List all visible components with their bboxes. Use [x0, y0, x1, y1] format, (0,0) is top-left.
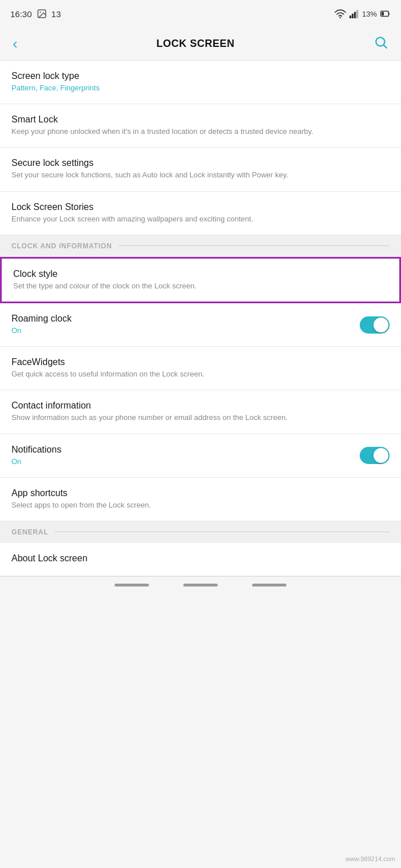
svg-point-2 [340, 17, 341, 18]
menu-item-contact-info[interactable]: Contact information Show information suc… [0, 390, 401, 434]
screen-lock-type-subtitle: Pattern, Face, Fingerprints [11, 83, 390, 93]
search-button[interactable] [371, 33, 391, 56]
app-shortcuts-title: App shortcuts [11, 488, 390, 498]
clock-info-divider-line [119, 245, 390, 246]
battery-icon [380, 9, 391, 19]
bottom-nav-bar-2 [183, 584, 218, 586]
secure-lock-title: Secure lock settings [11, 158, 390, 168]
svg-point-1 [40, 11, 41, 13]
svg-line-10 [384, 45, 387, 47]
header: ‹ LOCK SCREEN [0, 27, 401, 61]
clock-info-section-label: CLOCK AND INFORMATION [11, 242, 112, 250]
menu-item-roaming-clock[interactable]: Roaming clock On [0, 303, 401, 347]
gallery-icon [37, 9, 47, 19]
smart-lock-subtitle: Keep your phone unlocked when it's in a … [11, 126, 390, 137]
clock-info-section-divider: CLOCK AND INFORMATION [0, 235, 401, 257]
roaming-clock-title: Roaming clock [11, 314, 353, 324]
app-shortcuts-subtitle: Select apps to open from the Lock screen… [11, 500, 390, 510]
page-title: LOCK SCREEN [156, 38, 235, 50]
status-bar: 16:30 13 13% [0, 0, 401, 27]
contact-info-title: Contact information [11, 401, 390, 411]
menu-item-facewidgets[interactable]: FaceWidgets Get quick access to useful i… [0, 347, 401, 390]
lock-screen-stories-title: Lock Screen Stories [11, 202, 390, 212]
status-time: 16:30 [10, 9, 32, 19]
roaming-clock-status: On [11, 326, 353, 336]
status-notifications: 13 [52, 9, 61, 19]
menu-item-notifications[interactable]: Notifications On [0, 434, 401, 478]
lock-screen-stories-subtitle: Enhance your Lock screen with amazing wa… [11, 214, 390, 224]
menu-item-app-shortcuts[interactable]: App shortcuts Select apps to open from t… [0, 478, 401, 521]
clock-style-subtitle: Set the type and colour of the clock on … [13, 281, 388, 291]
notifications-title: Notifications [11, 445, 353, 455]
status-battery-pct: 13% [362, 10, 377, 18]
svg-rect-4 [352, 14, 353, 18]
smart-lock-title: Smart Lock [11, 114, 390, 125]
contact-info-subtitle: Show information such as your phone numb… [11, 413, 390, 423]
menu-item-smart-lock[interactable]: Smart Lock Keep your phone unlocked when… [0, 104, 401, 148]
facewidgets-title: FaceWidgets [11, 357, 390, 367]
general-section-label: GENERAL [11, 528, 48, 536]
menu-item-about-lock-screen[interactable]: About Lock screen [0, 543, 401, 576]
svg-rect-6 [356, 10, 358, 18]
svg-rect-3 [349, 15, 351, 18]
secure-lock-subtitle: Set your secure lock functions, such as … [11, 170, 390, 180]
menu-item-lock-screen-stories[interactable]: Lock Screen Stories Enhance your Lock sc… [0, 192, 401, 235]
general-divider-line [55, 532, 390, 532]
menu-item-screen-lock-type[interactable]: Screen lock type Pattern, Face, Fingerpr… [0, 61, 401, 104]
bottom-nav-bar-1 [115, 584, 149, 586]
status-bar-right: 13% [335, 9, 391, 19]
clock-style-title: Clock style [13, 269, 388, 279]
notifications-text: Notifications On [11, 445, 353, 467]
notifications-toggle[interactable] [360, 447, 390, 464]
status-bar-left: 16:30 13 [10, 9, 61, 19]
content-area: Screen lock type Pattern, Face, Fingerpr… [0, 61, 401, 576]
bottom-nav [0, 576, 401, 593]
svg-rect-5 [354, 12, 356, 18]
screen-lock-type-title: Screen lock type [11, 71, 390, 81]
roaming-clock-text: Roaming clock On [11, 314, 353, 336]
wifi-icon [335, 9, 346, 19]
roaming-clock-toggle[interactable] [360, 316, 390, 334]
back-button[interactable]: ‹ [10, 33, 20, 55]
bottom-nav-bar-3 [252, 584, 286, 586]
general-section-divider: GENERAL [0, 521, 401, 543]
facewidgets-subtitle: Get quick access to useful information o… [11, 369, 390, 379]
watermark: www.989214.com [345, 855, 395, 862]
about-lock-screen-title: About Lock screen [11, 553, 390, 564]
menu-item-clock-style[interactable]: Clock style Set the type and colour of t… [0, 257, 401, 303]
svg-rect-8 [382, 12, 384, 15]
notifications-status: On [11, 457, 353, 467]
signal-icon [349, 9, 359, 19]
menu-item-secure-lock[interactable]: Secure lock settings Set your secure loc… [0, 148, 401, 191]
